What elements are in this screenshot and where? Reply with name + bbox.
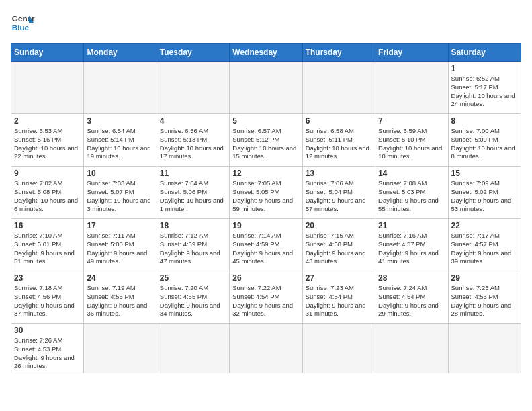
calendar-cell bbox=[230, 62, 302, 114]
calendar-cell: 18Sunrise: 7:12 AMSunset: 4:59 PMDayligh… bbox=[157, 219, 229, 271]
day-info: Sunrise: 6:52 AMSunset: 5:17 PMDaylight:… bbox=[451, 75, 518, 109]
day-number: 26 bbox=[232, 273, 299, 283]
calendar-cell: 21Sunrise: 7:16 AMSunset: 4:57 PMDayligh… bbox=[375, 219, 448, 271]
day-info: Sunrise: 6:54 AMSunset: 5:14 PMDaylight:… bbox=[87, 127, 153, 161]
day-number: 14 bbox=[378, 169, 445, 178]
day-info: Sunrise: 7:03 AMSunset: 5:07 PMDaylight:… bbox=[87, 179, 153, 214]
day-number: 15 bbox=[451, 169, 518, 178]
calendar-cell: 2Sunrise: 6:53 AMSunset: 5:16 PMDaylight… bbox=[11, 114, 84, 167]
calendar-cell: 29Sunrise: 7:25 AMSunset: 4:53 PMDayligh… bbox=[448, 271, 521, 324]
calendar-cell: 20Sunrise: 7:15 AMSunset: 4:58 PMDayligh… bbox=[302, 219, 375, 271]
day-info: Sunrise: 7:22 AMSunset: 4:54 PMDaylight:… bbox=[232, 284, 299, 318]
logo: General Blue bbox=[11, 11, 35, 35]
day-number: 3 bbox=[87, 116, 153, 126]
day-number: 9 bbox=[14, 169, 81, 178]
calendar-cell: 14Sunrise: 7:08 AMSunset: 5:03 PMDayligh… bbox=[375, 167, 448, 219]
calendar-cell: 3Sunrise: 6:54 AMSunset: 5:14 PMDaylight… bbox=[84, 114, 157, 167]
day-number: 16 bbox=[14, 221, 81, 230]
day-number: 8 bbox=[451, 116, 518, 126]
day-info: Sunrise: 6:53 AMSunset: 5:16 PMDaylight:… bbox=[14, 127, 81, 161]
header-sunday: Sunday bbox=[11, 44, 84, 62]
calendar-cell: 1Sunrise: 6:52 AMSunset: 5:17 PMDaylight… bbox=[448, 62, 521, 114]
header-thursday: Thursday bbox=[302, 44, 375, 62]
day-number: 19 bbox=[232, 221, 299, 230]
day-number: 11 bbox=[160, 169, 226, 178]
day-info: Sunrise: 7:17 AMSunset: 4:57 PMDaylight:… bbox=[451, 232, 518, 266]
day-info: Sunrise: 7:14 AMSunset: 4:59 PMDaylight:… bbox=[232, 232, 299, 266]
calendar-header-row: SundayMondayTuesdayWednesdayThursdayFrid… bbox=[11, 44, 521, 62]
day-number: 2 bbox=[14, 116, 81, 126]
day-info: Sunrise: 7:15 AMSunset: 4:58 PMDaylight:… bbox=[306, 232, 372, 266]
calendar-cell: 12Sunrise: 7:05 AMSunset: 5:05 PMDayligh… bbox=[230, 167, 302, 219]
day-number: 1 bbox=[451, 64, 518, 73]
day-number: 12 bbox=[232, 169, 299, 178]
day-info: Sunrise: 6:58 AMSunset: 5:11 PMDaylight:… bbox=[306, 127, 372, 161]
day-info: Sunrise: 7:08 AMSunset: 5:03 PMDaylight:… bbox=[378, 179, 445, 214]
calendar-cell: 28Sunrise: 7:24 AMSunset: 4:54 PMDayligh… bbox=[375, 271, 448, 324]
calendar-cell: 15Sunrise: 7:09 AMSunset: 5:02 PMDayligh… bbox=[448, 167, 521, 219]
header-tuesday: Tuesday bbox=[157, 44, 229, 62]
calendar-cell bbox=[375, 62, 448, 114]
day-info: Sunrise: 7:20 AMSunset: 4:55 PMDaylight:… bbox=[160, 284, 226, 318]
day-info: Sunrise: 7:11 AMSunset: 5:00 PMDaylight:… bbox=[87, 232, 153, 266]
calendar-cell: 8Sunrise: 7:00 AMSunset: 5:09 PMDaylight… bbox=[448, 114, 521, 167]
logo-icon: General Blue bbox=[11, 11, 35, 35]
day-number: 4 bbox=[160, 116, 226, 126]
day-info: Sunrise: 6:56 AMSunset: 5:13 PMDaylight:… bbox=[160, 127, 226, 161]
day-number: 21 bbox=[378, 221, 445, 230]
calendar-cell: 5Sunrise: 6:57 AMSunset: 5:12 PMDaylight… bbox=[230, 114, 302, 167]
day-number: 22 bbox=[451, 221, 518, 230]
day-number: 30 bbox=[14, 326, 81, 335]
day-number: 13 bbox=[306, 169, 372, 178]
calendar-cell: 13Sunrise: 7:06 AMSunset: 5:04 PMDayligh… bbox=[302, 167, 375, 219]
calendar-cell bbox=[11, 62, 84, 114]
day-info: Sunrise: 7:04 AMSunset: 5:06 PMDaylight:… bbox=[160, 179, 226, 214]
calendar-cell: 27Sunrise: 7:23 AMSunset: 4:54 PMDayligh… bbox=[302, 271, 375, 324]
header-monday: Monday bbox=[84, 44, 157, 62]
day-info: Sunrise: 7:23 AMSunset: 4:54 PMDaylight:… bbox=[306, 284, 372, 318]
header-wednesday: Wednesday bbox=[230, 44, 302, 62]
day-number: 20 bbox=[306, 221, 372, 230]
calendar-cell bbox=[302, 62, 375, 114]
day-info: Sunrise: 7:24 AMSunset: 4:54 PMDaylight:… bbox=[378, 284, 445, 318]
header-saturday: Saturday bbox=[448, 44, 521, 62]
day-info: Sunrise: 7:05 AMSunset: 5:05 PMDaylight:… bbox=[232, 179, 299, 214]
calendar-cell bbox=[157, 324, 229, 373]
calendar-cell: 7Sunrise: 6:59 AMSunset: 5:10 PMDaylight… bbox=[375, 114, 448, 167]
day-info: Sunrise: 7:09 AMSunset: 5:02 PMDaylight:… bbox=[451, 179, 518, 214]
svg-text:Blue: Blue bbox=[12, 23, 30, 32]
calendar-cell: 24Sunrise: 7:19 AMSunset: 4:55 PMDayligh… bbox=[84, 271, 157, 324]
day-info: Sunrise: 7:06 AMSunset: 5:04 PMDaylight:… bbox=[306, 179, 372, 214]
day-number: 25 bbox=[160, 273, 226, 283]
calendar-cell: 16Sunrise: 7:10 AMSunset: 5:01 PMDayligh… bbox=[11, 219, 84, 271]
day-number: 27 bbox=[306, 273, 372, 283]
day-info: Sunrise: 6:59 AMSunset: 5:10 PMDaylight:… bbox=[378, 127, 445, 161]
calendar-cell: 4Sunrise: 6:56 AMSunset: 5:13 PMDaylight… bbox=[157, 114, 229, 167]
calendar-cell: 25Sunrise: 7:20 AMSunset: 4:55 PMDayligh… bbox=[157, 271, 229, 324]
day-number: 18 bbox=[160, 221, 226, 230]
day-info: Sunrise: 7:19 AMSunset: 4:55 PMDaylight:… bbox=[87, 284, 153, 318]
day-number: 10 bbox=[87, 169, 153, 178]
calendar-cell: 19Sunrise: 7:14 AMSunset: 4:59 PMDayligh… bbox=[230, 219, 302, 271]
day-number: 28 bbox=[378, 273, 445, 283]
day-info: Sunrise: 7:10 AMSunset: 5:01 PMDaylight:… bbox=[14, 232, 81, 266]
day-number: 24 bbox=[87, 273, 153, 283]
calendar-table: SundayMondayTuesdayWednesdayThursdayFrid… bbox=[11, 43, 521, 373]
day-info: Sunrise: 7:16 AMSunset: 4:57 PMDaylight:… bbox=[378, 232, 445, 266]
day-number: 7 bbox=[378, 116, 445, 126]
calendar-cell: 9Sunrise: 7:02 AMSunset: 5:08 PMDaylight… bbox=[11, 167, 84, 219]
calendar-cell: 26Sunrise: 7:22 AMSunset: 4:54 PMDayligh… bbox=[230, 271, 302, 324]
calendar-cell: 22Sunrise: 7:17 AMSunset: 4:57 PMDayligh… bbox=[448, 219, 521, 271]
calendar-cell: 6Sunrise: 6:58 AMSunset: 5:11 PMDaylight… bbox=[302, 114, 375, 167]
calendar-cell: 17Sunrise: 7:11 AMSunset: 5:00 PMDayligh… bbox=[84, 219, 157, 271]
calendar-cell bbox=[157, 62, 229, 114]
day-info: Sunrise: 7:12 AMSunset: 4:59 PMDaylight:… bbox=[160, 232, 226, 266]
calendar-cell bbox=[375, 324, 448, 373]
day-number: 23 bbox=[14, 273, 81, 283]
calendar-cell bbox=[230, 324, 302, 373]
day-number: 17 bbox=[87, 221, 153, 230]
day-info: Sunrise: 6:57 AMSunset: 5:12 PMDaylight:… bbox=[232, 127, 299, 161]
day-info: Sunrise: 7:00 AMSunset: 5:09 PMDaylight:… bbox=[451, 127, 518, 161]
calendar-cell bbox=[84, 62, 157, 114]
day-info: Sunrise: 7:25 AMSunset: 4:53 PMDaylight:… bbox=[451, 284, 518, 318]
